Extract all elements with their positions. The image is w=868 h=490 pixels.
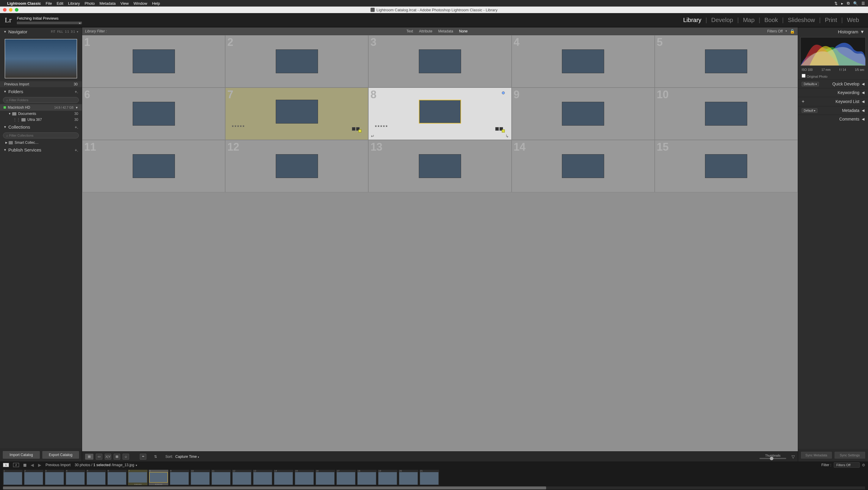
menu-library[interactable]: Library (68, 1, 80, 6)
nav-mode-31[interactable]: 3:1 (71, 30, 75, 33)
grid-cell[interactable]: 15 (655, 140, 798, 192)
filmstrip-thumb[interactable]: 4 (65, 470, 85, 485)
filter-dropdown[interactable]: Filters Off (834, 462, 860, 468)
nav-mode-fit[interactable]: FIT (51, 30, 55, 33)
previous-import-row[interactable]: Previous Import 30 (0, 81, 82, 87)
grid-cell[interactable]: 14 (512, 140, 655, 192)
star-rating[interactable]: ★★★★★ (374, 124, 388, 128)
sync-settings-button[interactable]: Sync Settings (834, 451, 866, 459)
filmstrip-thumb[interactable]: 17 (336, 470, 356, 485)
primary-monitor-button[interactable]: 1 (3, 463, 9, 467)
module-book[interactable]: Book (760, 17, 782, 24)
filmstrip-thumb[interactable]: 5 (86, 470, 106, 485)
toolbar-expand-button[interactable]: ▽ (792, 454, 795, 459)
grid-cell[interactable]: 10 (655, 88, 798, 140)
module-slideshow[interactable]: Slideshow (784, 17, 819, 24)
filter-collections-input[interactable]: ⌕ Filter Collections (3, 133, 79, 138)
app-name[interactable]: Lightroom Classic (7, 1, 41, 6)
publish-header[interactable]: ▼ Publish Services +. (0, 146, 82, 154)
grid-cell[interactable]: 6 (82, 88, 225, 140)
tag-icon[interactable]: ▸ (841, 1, 843, 6)
grid-cell[interactable]: 12 (225, 140, 368, 192)
people-view-button[interactable]: ☺ (123, 454, 129, 460)
keywording-header[interactable]: Keywording ◀ (798, 88, 868, 97)
nav-mode-fill[interactable]: FILL (57, 30, 63, 33)
filmstrip-thumb[interactable]: 7★★★★★ (128, 470, 148, 485)
filmstrip-thumb[interactable]: 1 (3, 470, 23, 485)
filter-attribute[interactable]: Attribute (419, 29, 433, 33)
filmstrip-thumb[interactable]: 20 (399, 470, 418, 485)
filmstrip-thumb[interactable]: 2 (24, 470, 43, 485)
loupe-view-button[interactable]: ▭ (96, 454, 102, 460)
compare-view-button[interactable]: X|Y (105, 454, 111, 460)
minimize-window-button[interactable] (9, 8, 12, 11)
grid-cell[interactable]: 1 (82, 35, 225, 88)
import-catalog-button[interactable]: Import Catalog (2, 451, 40, 459)
secondary-monitor-button[interactable]: 2 (13, 463, 19, 467)
metadata-dropdown[interactable]: Default ▾ (802, 108, 817, 113)
defaults-dropdown[interactable]: Defaults ▾ (802, 82, 819, 86)
folder-row[interactable]: ⋮⋮ Ultra 387 30 (0, 117, 82, 123)
navigator-header[interactable]: ▼ Navigator FITFILL1:13:1▾ (0, 27, 82, 36)
filmstrip-thumb[interactable]: 11 (211, 470, 231, 485)
original-photo-checkbox[interactable]: Original Photo (798, 73, 868, 80)
grid-cell[interactable]: 11 (82, 140, 225, 192)
module-print[interactable]: Print (821, 17, 841, 24)
grid-cell[interactable]: 2 (225, 35, 368, 88)
grid-cell[interactable]: 13 (368, 140, 512, 192)
filmstrip-thumb[interactable]: 8★★★★★ (149, 470, 168, 485)
source-label[interactable]: Previous Import (45, 463, 70, 467)
filmstrip-thumb[interactable]: 9 (169, 470, 189, 485)
grid-cell[interactable]: 3 (368, 35, 512, 88)
menu-help[interactable]: Help (152, 1, 160, 6)
menu-metadata[interactable]: Metadata (100, 1, 116, 6)
quick-develop-header[interactable]: Defaults ▾ Quick Develop ◀ (798, 80, 868, 88)
menu-file[interactable]: File (45, 1, 52, 6)
filmstrip-thumb[interactable]: 14 (274, 470, 293, 485)
filmstrip-thumb[interactable]: 16 (315, 470, 335, 485)
smart-collections-row[interactable]: ▶ Smart Collec… (0, 140, 82, 146)
sync-metadata-button[interactable]: Sync Metadata (801, 451, 832, 459)
filter-switch-icon[interactable]: ⊙ (862, 463, 865, 467)
filmstrip-thumb[interactable]: 12 (232, 470, 252, 485)
menu-edit[interactable]: Edit (57, 1, 63, 6)
filmstrip-thumb[interactable]: 21 (420, 470, 439, 485)
cancel-progress-button[interactable]: ✕ (79, 22, 81, 25)
grid-icon[interactable]: ▦ (23, 463, 27, 467)
filmstrip-thumb[interactable]: 10 (190, 470, 210, 485)
grid-cell[interactable]: 5 (655, 35, 798, 88)
filmstrip-thumb[interactable]: 3 (44, 470, 64, 485)
add-collection-button[interactable]: +. (75, 125, 78, 129)
checkbox[interactable] (802, 74, 806, 78)
display-icon[interactable]: ⧉ (847, 1, 849, 6)
back-button[interactable]: ◀ (31, 463, 34, 467)
filmstrip-thumb[interactable]: 6 (107, 470, 127, 485)
filmstrip-thumb[interactable]: 13 (253, 470, 273, 485)
menu-window[interactable]: Window (133, 1, 147, 6)
nav-mode-11[interactable]: 1:1 (65, 30, 69, 33)
menu-view[interactable]: View (121, 1, 129, 6)
module-map[interactable]: Map (739, 17, 759, 24)
histogram[interactable] (801, 37, 866, 66)
folders-header[interactable]: ▼ Folders +. (0, 87, 82, 96)
filmstrip-thumb[interactable]: 15 (294, 470, 314, 485)
close-window-button[interactable] (3, 8, 6, 11)
filter-text[interactable]: Text (407, 29, 413, 33)
menu-photo[interactable]: Photo (85, 1, 95, 6)
grid-view-button[interactable]: ▦ (85, 454, 93, 460)
comments-header[interactable]: Comments ◀ (798, 115, 868, 123)
histogram-header[interactable]: Histogram ▼ (798, 27, 868, 36)
add-keyword-button[interactable]: + (802, 99, 804, 104)
filter-none[interactable]: None (459, 29, 468, 33)
star-rating[interactable]: ★★★★★ (231, 124, 245, 128)
forward-button[interactable]: ▶ (38, 463, 41, 467)
menu-icon[interactable]: ☰ (862, 1, 865, 6)
filter-folders-input[interactable]: ⌕ Filter Folders (3, 97, 79, 103)
sync-icon[interactable]: ⇅ (834, 1, 838, 6)
grid-cell[interactable]: 7★★★★★ (225, 88, 368, 140)
keyword-list-header[interactable]: + Keyword List ◀ (798, 97, 868, 106)
add-publish-button[interactable]: +. (75, 148, 78, 152)
folder-row[interactable]: ▼ Documents 30 (0, 111, 82, 117)
drive-row[interactable]: Macintosh HD 14.9 / 42.7 GB ▼ (0, 104, 82, 111)
search-icon[interactable]: 🔍 (853, 1, 858, 6)
